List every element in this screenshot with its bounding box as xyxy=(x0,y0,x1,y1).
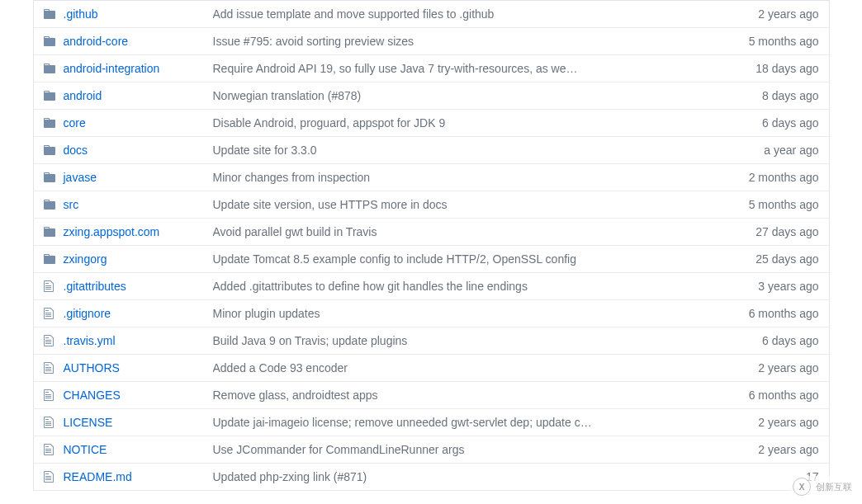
commit-message-cell: Issue #795: avoid sorting preview sizes xyxy=(213,35,720,48)
commit-message-cell: Use JCommander for CommandLineRunner arg… xyxy=(213,443,720,456)
file-row: javaseMinor changes from inspection2 mon… xyxy=(34,164,829,191)
file-row: .gitattributesAdded .gitattributes to de… xyxy=(34,273,829,300)
file-name-link[interactable]: .travis.yml xyxy=(64,334,116,347)
file-name-link[interactable]: .gitattributes xyxy=(64,280,126,293)
commit-message-link[interactable]: Minor changes from inspection xyxy=(213,171,371,184)
commit-age: 6 days ago xyxy=(720,334,819,347)
folder-icon xyxy=(44,144,60,157)
file-name-link[interactable]: zxing.appspot.com xyxy=(64,225,160,238)
file-name-link[interactable]: .github xyxy=(64,7,98,21)
file-row: .travis.ymlBuild Java 9 on Travis; updat… xyxy=(34,327,829,355)
commit-message-cell: Minor changes from inspection xyxy=(213,171,720,184)
file-name-cell: .travis.yml xyxy=(60,334,213,347)
commit-message-link[interactable]: Update jai-imageio license; remove unnee… xyxy=(213,416,592,429)
file-name-link[interactable]: android xyxy=(64,89,102,102)
file-row: androidNorwegian translation (#878)8 day… xyxy=(34,82,829,110)
file-name-cell: README.md xyxy=(60,470,213,483)
commit-message-link[interactable]: Remove glass, androidtest apps xyxy=(213,389,378,402)
commit-message-link[interactable]: Updated php-zxing link (#871) xyxy=(213,470,367,483)
commit-age: 6 months ago xyxy=(720,307,819,320)
commit-message-cell: Added a Code 93 encoder xyxy=(213,361,720,374)
commit-message-cell: Disable Android, proguard, appspot for J… xyxy=(213,116,720,130)
commit-message-link[interactable]: Added .gitattributes to define how git h… xyxy=(213,280,528,293)
file-name-link[interactable]: android-core xyxy=(64,35,129,48)
commit-message-cell: Add issue template and move supported fi… xyxy=(213,7,720,21)
file-icon xyxy=(44,334,60,347)
file-name-cell: android-integration xyxy=(60,62,213,75)
commit-message-link[interactable]: Build Java 9 on Travis; update plugins xyxy=(213,334,408,347)
folder-icon xyxy=(44,171,60,184)
commit-message-cell: Require Android API 19, so fully use Jav… xyxy=(213,62,720,75)
commit-message-link[interactable]: Added a Code 93 encoder xyxy=(213,361,348,374)
folder-icon xyxy=(44,89,60,102)
folder-icon xyxy=(44,252,60,266)
commit-age: 2 years ago xyxy=(720,361,819,374)
file-name-link[interactable]: README.md xyxy=(64,470,132,483)
file-name-link[interactable]: CHANGES xyxy=(64,389,121,402)
file-name-cell: core xyxy=(60,116,213,130)
commit-message-cell: Update site for 3.3.0 xyxy=(213,144,720,157)
file-name-link[interactable]: docs xyxy=(64,144,88,157)
commit-message-link[interactable]: Use JCommander for CommandLineRunner arg… xyxy=(213,443,465,456)
commit-message-link[interactable]: Norwegian translation (#878) xyxy=(213,89,362,102)
folder-icon xyxy=(44,225,60,238)
file-name-cell: zxingorg xyxy=(60,252,213,266)
commit-age: 27 days ago xyxy=(720,225,819,238)
file-name-link[interactable]: LICENSE xyxy=(64,416,113,429)
file-name-cell: .gitignore xyxy=(60,307,213,320)
file-name-cell: CHANGES xyxy=(60,389,213,402)
commit-age: 2 years ago xyxy=(720,416,819,429)
file-name-link[interactable]: AUTHORS xyxy=(64,361,120,374)
file-name-cell: javase xyxy=(60,171,213,184)
file-row: zxing.appspot.comAvoid parallel gwt buil… xyxy=(34,219,829,246)
file-icon xyxy=(44,280,60,293)
file-icon xyxy=(44,307,60,320)
file-row: srcUpdate site version, use HTTPS more i… xyxy=(34,191,829,219)
commit-message-link[interactable]: Avoid parallel gwt build in Travis xyxy=(213,225,377,238)
file-row: .gitignoreMinor plugin updates6 months a… xyxy=(34,300,829,327)
watermark: X 创新互联 xyxy=(789,476,855,491)
commit-message-cell: Added .gitattributes to define how git h… xyxy=(213,280,720,293)
commit-message-link[interactable]: Require Android API 19, so fully use Jav… xyxy=(213,62,578,75)
file-row: zxingorgUpdate Tomcat 8.5 example config… xyxy=(34,246,829,273)
commit-message-link[interactable]: Update Tomcat 8.5 example config to incl… xyxy=(213,252,576,266)
file-icon xyxy=(44,470,60,483)
file-name-link[interactable]: android-integration xyxy=(64,62,160,75)
file-name-link[interactable]: core xyxy=(64,116,86,130)
commit-age: 18 days ago xyxy=(720,62,819,75)
commit-age: 2 years ago xyxy=(720,7,819,21)
file-name-link[interactable]: NOTICE xyxy=(64,443,107,456)
commit-message-cell: Update site version, use HTTPS more in d… xyxy=(213,198,720,211)
file-row: .githubAdd issue template and move suppo… xyxy=(34,1,829,28)
file-name-link[interactable]: zxingorg xyxy=(64,252,107,266)
file-row: android-integrationRequire Android API 1… xyxy=(34,55,829,82)
file-name-link[interactable]: javase xyxy=(64,171,97,184)
folder-icon xyxy=(44,116,60,130)
folder-icon xyxy=(44,198,60,211)
commit-message-link[interactable]: Minor plugin updates xyxy=(213,307,320,320)
commit-message-link[interactable]: Issue #795: avoid sorting preview sizes xyxy=(213,35,414,48)
file-icon xyxy=(44,389,60,402)
file-name-cell: android-core xyxy=(60,35,213,48)
commit-message-link[interactable]: Add issue template and move supported fi… xyxy=(213,7,495,21)
commit-message-cell: Remove glass, androidtest apps xyxy=(213,389,720,402)
watermark-logo-icon: X xyxy=(793,478,811,491)
commit-age: 6 months ago xyxy=(720,389,819,402)
file-name-link[interactable]: src xyxy=(64,198,79,211)
commit-message-link[interactable]: Update site version, use HTTPS more in d… xyxy=(213,198,448,211)
file-name-cell: AUTHORS xyxy=(60,361,213,374)
commit-message-link[interactable]: Update site for 3.3.0 xyxy=(213,144,317,157)
file-list: .githubAdd issue template and move suppo… xyxy=(33,0,830,491)
file-name-cell: LICENSE xyxy=(60,416,213,429)
commit-age: 8 days ago xyxy=(720,89,819,102)
file-name-cell: src xyxy=(60,198,213,211)
commit-age: 2 years ago xyxy=(720,443,819,456)
file-icon xyxy=(44,443,60,456)
commit-message-link[interactable]: Disable Android, proguard, appspot for J… xyxy=(213,116,446,130)
folder-icon xyxy=(44,35,60,48)
file-name-link[interactable]: .gitignore xyxy=(64,307,111,320)
commit-age: 5 months ago xyxy=(720,35,819,48)
commit-age: 5 months ago xyxy=(720,198,819,211)
file-name-cell: .github xyxy=(60,7,213,21)
commit-message-cell: Norwegian translation (#878) xyxy=(213,89,720,102)
